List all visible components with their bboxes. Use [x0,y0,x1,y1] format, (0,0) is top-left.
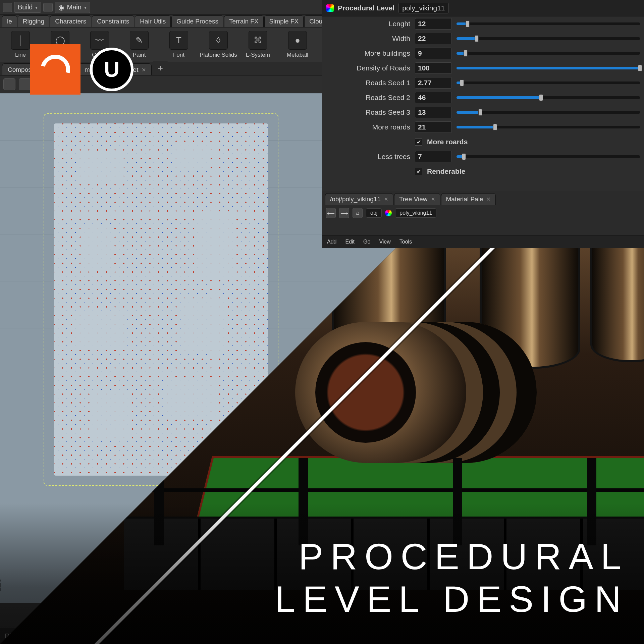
param-row: Width22 [322,31,644,46]
checkbox-input[interactable]: ✔ [415,168,422,175]
menu-tools[interactable]: Tools [399,239,412,245]
menu-add[interactable]: Add [327,239,336,245]
shelf-tab[interactable]: Rigging [18,15,49,27]
network-menu: AddEditGoViewTools [322,235,644,248]
param-slider[interactable] [457,155,640,158]
network-tab[interactable]: Tree View✕ [394,193,440,205]
shelf-tab[interactable]: Hair Utils [135,15,171,27]
vt-btn-1[interactable] [3,78,15,90]
menu-edit[interactable]: Edit [345,239,355,245]
tool-icon: │ [11,31,30,50]
param-value-field[interactable]: 100 [415,62,452,74]
checkbox-input[interactable]: ✔ [415,138,422,146]
param-value-field[interactable]: 46 [415,92,452,103]
checkbox-label: More roards [427,138,468,146]
tab-label: Material Pale [446,196,483,203]
param-label: Lenght [326,20,410,28]
shelf-tab[interactable]: Constraints [92,15,134,27]
shelf-tab[interactable]: le [2,15,17,27]
title-line-2: LEVEL DESIGN [275,578,629,621]
param-label: Roads Seed 2 [326,94,410,102]
nav-back-icon[interactable]: ⟵ [326,208,336,218]
network-pane: /obj/poly_viking11✕Tree View✕Material Pa… [322,191,644,248]
parameter-panel: Procedural Level poly_viking11 Lenght12W… [322,0,644,191]
param-value-field[interactable]: 9 [415,48,452,59]
vt-btn-2[interactable] [19,78,31,90]
node-type: Procedural Level [338,4,394,12]
param-value-field[interactable]: 13 [415,107,452,118]
close-icon[interactable]: ✕ [384,196,388,202]
param-slider[interactable] [457,67,640,69]
node-color-icon [385,210,392,216]
param-slider[interactable] [457,52,640,55]
node-color-icon [326,4,334,12]
tool-label: Line [15,52,26,58]
chevron-down-icon: ▾ [84,5,87,10]
menu-view[interactable]: View [379,239,390,245]
node-name-field[interactable]: poly_viking11 [398,3,448,13]
chevron-down-icon: ▾ [35,5,38,10]
barrel-tank [295,322,537,463]
tool-metaball[interactable]: ●Metaball [281,31,314,58]
close-icon[interactable]: ✕ [142,67,146,73]
nav-fwd-icon[interactable]: ⟶ [339,208,349,218]
param-slider[interactable] [457,82,640,84]
title-line-1: PROCEDURAL [275,535,629,578]
shelf-tab[interactable]: Guide Process [171,15,223,27]
param-slider[interactable] [457,96,640,99]
tool-label: Font [173,52,184,58]
shelf-tab[interactable]: Terrain FX [224,15,264,27]
desk-icon[interactable] [3,3,12,12]
tool-font[interactable]: TFont [162,31,195,58]
netview-icon: ◉ [58,3,64,11]
tool-platonic-solids[interactable]: ◊Platonic Solids [202,31,235,58]
network-tab[interactable]: Material Pale✕ [441,193,496,205]
param-slider[interactable] [457,126,640,128]
param-label: More buildings [326,49,410,57]
param-slider[interactable] [457,22,640,25]
add-tab-button[interactable]: + [152,61,168,75]
network-tab[interactable]: /obj/poly_viking11✕ [325,193,393,205]
param-label: Width [326,35,410,43]
unreal-letter: U [104,57,119,82]
tool-icon: ⌘ [249,31,267,50]
logo-row: U [30,44,133,95]
breadcrumb: ⟵ ⟶ ⌂ obj poly_viking11 [322,205,644,221]
param-label: Less trees [326,153,410,161]
unreal-logo-icon: U [90,48,133,91]
shelf-tab[interactable]: Characters [50,15,91,27]
param-label: More roards [326,123,410,131]
param-title-bar: Procedural Level poly_viking11 [322,0,644,16]
tool-icon: ● [288,31,307,50]
param-row: More roards21 [322,120,644,135]
close-icon[interactable]: ✕ [486,196,491,202]
netview-dropdown[interactable]: ◉ Main ▾ [55,2,90,13]
close-icon[interactable]: ✕ [431,196,435,202]
houdini-logo-icon [30,44,80,95]
param-row: More buildings9 [322,46,644,61]
param-value-field[interactable]: 12 [415,18,452,30]
param-row: Roads Seed 12.77 [322,75,644,90]
checkbox-more-roards: ✔ More roards [322,135,644,149]
desk-dropdown[interactable]: Build ▾ [14,2,41,13]
param-row-less-trees: Less trees 7 [322,149,644,164]
home-icon[interactable]: ⌂ [353,208,363,218]
crumb-leaf[interactable]: poly_viking11 [395,208,436,218]
param-label: Roads Seed 1 [326,79,410,87]
checkbox-label: Renderable [427,167,465,175]
param-value-field[interactable]: 7 [415,151,452,162]
param-slider[interactable] [457,37,640,40]
shelf-tab[interactable]: Simple FX [264,15,304,27]
menu-go[interactable]: Go [363,239,370,245]
tool-l-system[interactable]: ⌘L-System [241,31,274,58]
tool-label: Metaball [287,52,308,58]
param-slider[interactable] [457,111,640,114]
tool-label: Paint [133,52,146,58]
param-value-field[interactable]: 21 [415,121,452,133]
network-tabs: /obj/poly_viking11✕Tree View✕Material Pa… [322,191,644,205]
title-block: PROCEDURAL LEVEL DESIGN [275,535,629,621]
param-value-field[interactable]: 2.77 [415,77,452,89]
crumb-root[interactable]: obj [366,208,382,218]
param-value-field[interactable]: 22 [415,33,452,44]
checkbox-renderable: ✔ Renderable [322,164,644,179]
